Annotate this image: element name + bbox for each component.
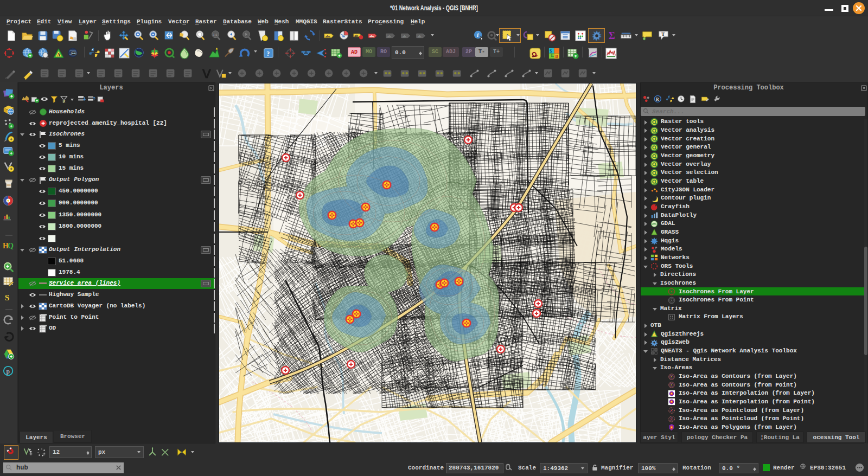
svg-text:abc: abc bbox=[326, 34, 331, 38]
svg-text:abc: abc bbox=[369, 34, 375, 38]
svg-text:S: S bbox=[5, 293, 10, 302]
svg-text:ab: ab bbox=[354, 34, 358, 37]
svg-text:A: A bbox=[57, 53, 60, 57]
svg-text:a: a bbox=[90, 35, 92, 41]
svg-text:ab: ab bbox=[403, 34, 406, 38]
svg-text:Q: Q bbox=[8, 242, 14, 250]
svg-text:S: S bbox=[550, 49, 552, 54]
svg-text:L: L bbox=[551, 53, 554, 58]
svg-text:T: T bbox=[661, 31, 665, 37]
svg-text:ab: ab bbox=[387, 34, 391, 38]
svg-text:i: i bbox=[477, 32, 478, 38]
svg-text:D: D bbox=[555, 54, 558, 59]
svg-text:Σ: Σ bbox=[609, 30, 615, 41]
svg-text:R: R bbox=[656, 97, 659, 102]
svg-text:ab: ab bbox=[418, 34, 422, 38]
svg-text:ε: ε bbox=[63, 99, 66, 104]
svg-text:?: ? bbox=[266, 50, 270, 57]
svg-text:1:1: 1:1 bbox=[213, 33, 218, 36]
svg-text:p: p bbox=[6, 368, 10, 375]
